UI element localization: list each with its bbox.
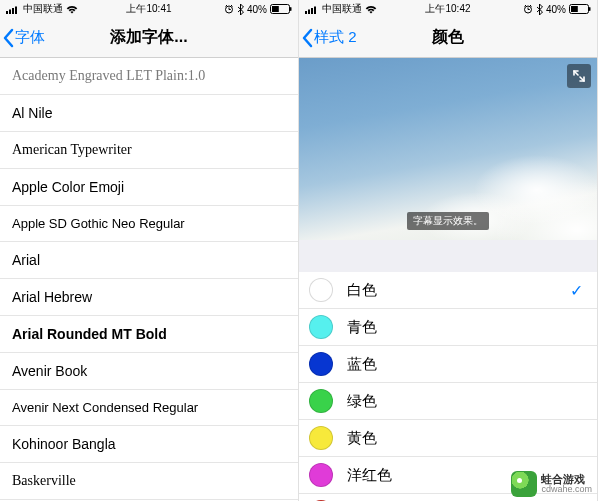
color-swatch-icon <box>309 389 333 413</box>
svg-rect-7 <box>290 7 292 11</box>
color-label: 青色 <box>347 318 583 337</box>
battery-icon <box>569 4 591 14</box>
font-row[interactable]: Academy Engraved LET Plain:1.0 <box>0 58 298 95</box>
color-swatch-icon <box>309 426 333 450</box>
color-swatch-icon <box>309 352 333 376</box>
color-row[interactable]: 青色✓ <box>299 309 597 346</box>
wifi-icon <box>66 5 78 14</box>
font-row[interactable]: Apple Color Emoji <box>0 169 298 206</box>
color-list[interactable]: 白色✓青色✓蓝色✓绿色✓黄色✓洋红色✓红色✓ <box>299 272 597 501</box>
color-swatch-icon <box>309 315 333 339</box>
font-row[interactable]: Arial Rounded MT Bold <box>0 316 298 353</box>
svg-rect-11 <box>314 6 316 14</box>
svg-rect-9 <box>308 9 310 14</box>
alarm-icon <box>224 4 234 14</box>
checkmark-icon: ✓ <box>570 281 583 300</box>
expand-button[interactable] <box>567 64 591 88</box>
font-row[interactable]: Al Nile <box>0 95 298 132</box>
color-label: 白色 <box>347 281 570 300</box>
nav-bar: 样式 2 颜色 <box>299 18 597 58</box>
color-row[interactable]: 洋红色✓ <box>299 457 597 494</box>
color-swatch-icon <box>309 278 333 302</box>
back-label: 样式 2 <box>314 28 357 47</box>
svg-rect-1 <box>9 9 11 14</box>
svg-rect-14 <box>571 6 578 12</box>
carrier-label: 中国联通 <box>322 2 362 16</box>
font-row[interactable]: Avenir Next Condensed Regular <box>0 390 298 426</box>
bluetooth-icon <box>237 4 244 15</box>
back-button[interactable]: 样式 2 <box>299 28 357 48</box>
font-row[interactable]: Avenir Book <box>0 353 298 390</box>
color-label: 蓝色 <box>347 355 583 374</box>
wifi-icon <box>365 5 377 14</box>
signal-icon <box>305 5 319 14</box>
font-row[interactable]: Kohinoor Bangla <box>0 426 298 463</box>
svg-rect-2 <box>12 8 14 14</box>
color-row[interactable]: 绿色✓ <box>299 383 597 420</box>
status-time: 上午10:42 <box>425 2 470 16</box>
alarm-icon <box>523 4 533 14</box>
font-row[interactable]: Apple SD Gothic Neo Regular <box>0 206 298 242</box>
svg-rect-0 <box>6 11 8 14</box>
status-time: 上午10:41 <box>126 2 171 16</box>
svg-rect-3 <box>15 6 17 14</box>
preview-caption: 字幕显示效果。 <box>407 212 489 230</box>
section-gap <box>299 240 597 272</box>
back-label: 字体 <box>15 28 45 47</box>
font-row[interactable]: Arial Hebrew <box>0 279 298 316</box>
bluetooth-icon <box>536 4 543 15</box>
svg-rect-8 <box>305 11 307 14</box>
status-bar: 中国联通 上午10:41 40% <box>0 0 298 18</box>
chevron-left-icon <box>301 28 313 48</box>
svg-rect-15 <box>589 7 591 11</box>
nav-bar: 字体 添加字体... <box>0 18 298 58</box>
color-row[interactable]: 白色✓ <box>299 272 597 309</box>
font-row[interactable]: Baskerville <box>0 463 298 500</box>
battery-icon <box>270 4 292 14</box>
screen-color-list: 中国联通 上午10:42 40% 样式 2 颜色 <box>299 0 598 501</box>
font-row[interactable]: Arial <box>0 242 298 279</box>
screen-font-list: 中国联通 上午10:41 40% 字体 添加字体... Academy Engr… <box>0 0 299 501</box>
signal-icon <box>6 5 20 14</box>
chevron-left-icon <box>2 28 14 48</box>
back-button[interactable]: 字体 <box>0 28 45 48</box>
color-swatch-icon <box>309 463 333 487</box>
expand-icon <box>572 69 586 83</box>
svg-rect-10 <box>311 8 313 14</box>
color-row[interactable]: 黄色✓ <box>299 420 597 457</box>
carrier-label: 中国联通 <box>23 2 63 16</box>
color-label: 洋红色 <box>347 466 583 485</box>
color-label: 绿色 <box>347 392 583 411</box>
font-row[interactable]: American Typewriter <box>0 132 298 169</box>
font-list[interactable]: Academy Engraved LET Plain:1.0Al NileAme… <box>0 58 298 501</box>
color-row[interactable]: 红色✓ <box>299 494 597 501</box>
color-label: 黄色 <box>347 429 583 448</box>
battery-pct: 40% <box>247 4 267 15</box>
status-bar: 中国联通 上午10:42 40% <box>299 0 597 18</box>
battery-pct: 40% <box>546 4 566 15</box>
subtitle-preview: 字幕显示效果。 <box>299 58 597 240</box>
color-row[interactable]: 蓝色✓ <box>299 346 597 383</box>
svg-rect-6 <box>272 6 279 12</box>
